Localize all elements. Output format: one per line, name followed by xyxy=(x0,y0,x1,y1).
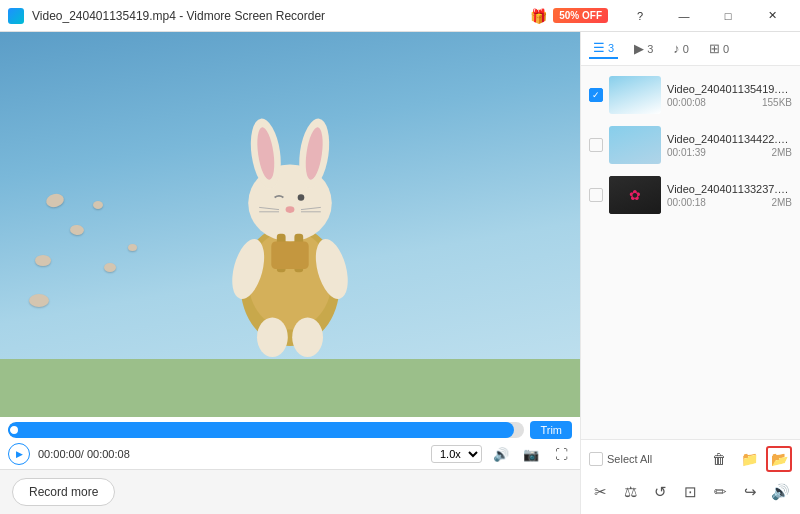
promo-badge: 50% OFF xyxy=(553,8,608,23)
file-item[interactable]: Video_240401134422.mp4 00:01:39 2MB xyxy=(581,120,800,170)
file-size-1: 155KB xyxy=(762,97,792,108)
file-info-3: Video_240401133237.mp4 00:00:18 2MB xyxy=(667,183,792,208)
trim-slider-fill xyxy=(8,422,514,438)
trim-slider[interactable] xyxy=(8,422,524,438)
audio-icon: ♪ xyxy=(673,41,680,56)
file-name-1: Video_240401135419.mp4 xyxy=(667,83,792,95)
file-size-3: 2MB xyxy=(771,197,792,208)
open-folder-button[interactable]: 📂 xyxy=(766,446,792,472)
cut-tool-button[interactable]: ✂ xyxy=(589,478,613,506)
select-all-checkbox[interactable] xyxy=(589,452,603,466)
record-more-button[interactable]: Record more xyxy=(12,478,115,506)
file-checkbox-3[interactable] xyxy=(589,188,603,202)
help-button[interactable]: ? xyxy=(620,0,660,32)
adjust-tool-button[interactable]: ⚖ xyxy=(619,478,643,506)
play-tab-count: 3 xyxy=(647,43,653,55)
file-checkbox-2[interactable] xyxy=(589,138,603,152)
video-area xyxy=(0,32,580,417)
tab-image[interactable]: ⊞ 0 xyxy=(705,39,733,58)
svg-point-18 xyxy=(257,317,288,357)
right-action-buttons: 🗑 📁 📂 xyxy=(706,446,792,472)
image-tab-count: 0 xyxy=(723,43,729,55)
delete-button[interactable]: 🗑 xyxy=(706,446,732,472)
file-meta-1: 00:00:08 155KB xyxy=(667,97,792,108)
folder-add-button[interactable]: 📁 xyxy=(736,446,762,472)
tab-audio[interactable]: ♪ 0 xyxy=(669,39,693,58)
main-content: Trim ▶ 00:00:00/ 00:00:08 1.0x 0.5x 1.5x… xyxy=(0,32,800,514)
edit-tool-button[interactable]: ✏ xyxy=(708,478,732,506)
title-bar-left: Video_240401135419.mp4 - Vidmore Screen … xyxy=(8,8,325,24)
convert-tool-button[interactable]: ↪ xyxy=(738,478,762,506)
bunny-illustration xyxy=(0,32,580,417)
volume-button[interactable]: 🔊 xyxy=(490,443,512,465)
file-info-2: Video_240401134422.mp4 00:01:39 2MB xyxy=(667,133,792,158)
select-all-left: Select All xyxy=(589,452,652,466)
audio-tool-button[interactable]: 🔊 xyxy=(768,478,792,506)
minimize-button[interactable]: — xyxy=(664,0,704,32)
file-size-2: 2MB xyxy=(771,147,792,158)
file-duration-3: 00:00:18 xyxy=(667,197,706,208)
thumb-bunny xyxy=(609,76,661,114)
file-checkbox-1[interactable]: ✓ xyxy=(589,88,603,102)
maximize-button[interactable]: □ xyxy=(708,0,748,32)
title-bar-right: 🎁 50% OFF ? — □ ✕ xyxy=(530,0,792,32)
right-panel: ☰ 3 ▶ 3 ♪ 0 ⊞ 0 ✓ xyxy=(580,32,800,514)
controls-bar: Trim ▶ 00:00:00/ 00:00:08 1.0x 0.5x 1.5x… xyxy=(0,417,580,469)
file-item[interactable]: Video_240401133237.mp4 00:00:18 2MB xyxy=(581,170,800,220)
thumb-pink xyxy=(609,176,661,214)
fullscreen-button[interactable]: ⛶ xyxy=(550,443,572,465)
window-title: Video_240401135419.mp4 - Vidmore Screen … xyxy=(32,9,325,23)
snapshot-button[interactable]: 📷 xyxy=(520,443,542,465)
play-button[interactable]: ▶ xyxy=(8,443,30,465)
file-thumb-3 xyxy=(609,176,661,214)
select-all-row: Select All 🗑 📁 📂 xyxy=(589,446,792,472)
image-icon: ⊞ xyxy=(709,41,720,56)
tab-list[interactable]: ☰ 3 xyxy=(589,38,618,59)
edit-tools-row: ✂ ⚖ ↺ ⊡ ✏ ↪ 🔊 xyxy=(589,476,792,508)
file-duration-2: 00:01:39 xyxy=(667,147,706,158)
tab-video[interactable]: ▶ 3 xyxy=(630,39,657,58)
trim-handle[interactable] xyxy=(8,424,20,436)
bunny-svg xyxy=(180,70,400,380)
left-panel: Trim ▶ 00:00:00/ 00:00:08 1.0x 0.5x 1.5x… xyxy=(0,32,580,514)
app-icon xyxy=(8,8,24,24)
svg-point-8 xyxy=(286,206,295,213)
audio-tab-count: 0 xyxy=(683,43,689,55)
file-meta-3: 00:00:18 2MB xyxy=(667,197,792,208)
time-display: 00:00:00/ 00:00:08 xyxy=(38,448,130,460)
file-info-1: Video_240401135419.mp4 00:00:08 155KB xyxy=(667,83,792,108)
file-thumb-2 xyxy=(609,126,661,164)
svg-rect-17 xyxy=(271,241,308,269)
file-item[interactable]: ✓ Video_240401135419.mp4 00:00:08 155KB xyxy=(581,70,800,120)
close-button[interactable]: ✕ xyxy=(752,0,792,32)
select-all-label: Select All xyxy=(607,453,652,465)
tab-bar: ☰ 3 ▶ 3 ♪ 0 ⊞ 0 xyxy=(581,32,800,66)
svg-point-7 xyxy=(298,194,305,201)
thumb-sky xyxy=(609,126,661,164)
trim-button[interactable]: Trim xyxy=(530,421,572,439)
rotate-tool-button[interactable]: ↺ xyxy=(649,478,673,506)
playback-row: ▶ 00:00:00/ 00:00:08 1.0x 0.5x 1.5x 2.0x… xyxy=(8,443,572,465)
promo-gift-icon: 🎁 xyxy=(530,8,547,24)
file-list: ✓ Video_240401135419.mp4 00:00:08 155KB xyxy=(581,66,800,439)
speed-select[interactable]: 1.0x 0.5x 1.5x 2.0x xyxy=(431,445,482,463)
list-icon: ☰ xyxy=(593,40,605,55)
trim-row: Trim xyxy=(8,421,572,439)
svg-point-19 xyxy=(292,317,323,357)
play-icon: ▶ xyxy=(634,41,644,56)
file-meta-2: 00:01:39 2MB xyxy=(667,147,792,158)
bottom-bar: Record more xyxy=(0,469,580,514)
merge-tool-button[interactable]: ⊡ xyxy=(679,478,703,506)
file-name-2: Video_240401134422.mp4 xyxy=(667,133,792,145)
video-tab-count: 3 xyxy=(608,42,614,54)
title-bar: Video_240401135419.mp4 - Vidmore Screen … xyxy=(0,0,800,32)
right-bottom-bar: Select All 🗑 📁 📂 ✂ ⚖ ↺ ⊡ ✏ ↪ 🔊 xyxy=(581,439,800,514)
file-duration-1: 00:00:08 xyxy=(667,97,706,108)
file-thumb-1 xyxy=(609,76,661,114)
file-name-3: Video_240401133237.mp4 xyxy=(667,183,792,195)
video-background xyxy=(0,32,580,417)
